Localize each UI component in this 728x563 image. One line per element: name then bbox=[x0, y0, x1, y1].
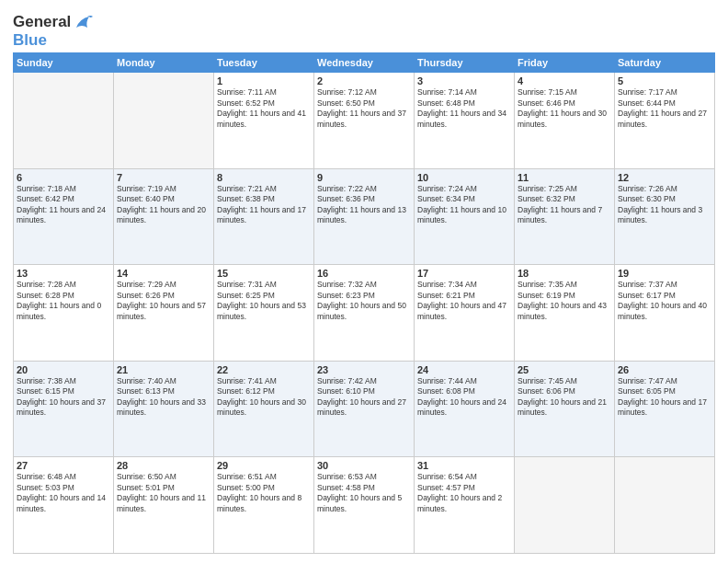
day-number: 18 bbox=[518, 268, 611, 279]
calendar-cell: 30Sunrise: 6:53 AM Sunset: 4:58 PM Dayli… bbox=[314, 457, 415, 554]
day-info: Sunrise: 7:35 AM Sunset: 6:19 PM Dayligh… bbox=[518, 280, 611, 322]
day-number: 7 bbox=[117, 172, 210, 183]
calendar-cell: 11Sunrise: 7:25 AM Sunset: 6:32 PM Dayli… bbox=[515, 168, 615, 265]
day-number: 24 bbox=[417, 364, 511, 375]
day-number: 6 bbox=[17, 172, 110, 183]
calendar-day-header: Friday bbox=[515, 53, 615, 73]
day-info: Sunrise: 7:11 AM Sunset: 6:52 PM Dayligh… bbox=[217, 87, 311, 130]
calendar-cell: 16Sunrise: 7:32 AM Sunset: 6:23 PM Dayli… bbox=[314, 265, 415, 362]
calendar-cell: 19Sunrise: 7:37 AM Sunset: 6:17 PM Dayli… bbox=[615, 265, 715, 362]
calendar-cell: 24Sunrise: 7:44 AM Sunset: 6:08 PM Dayli… bbox=[415, 361, 515, 457]
day-number: 10 bbox=[417, 172, 511, 183]
calendar-cell: 26Sunrise: 7:47 AM Sunset: 6:05 PM Dayli… bbox=[615, 361, 715, 457]
day-info: Sunrise: 7:26 AM Sunset: 6:30 PM Dayligh… bbox=[618, 184, 711, 226]
logo-blue: Blue bbox=[13, 31, 93, 50]
day-info: Sunrise: 7:19 AM Sunset: 6:40 PM Dayligh… bbox=[117, 184, 210, 226]
day-info: Sunrise: 7:45 AM Sunset: 6:06 PM Dayligh… bbox=[518, 376, 611, 419]
day-number: 12 bbox=[618, 172, 711, 183]
logo-general: General bbox=[13, 13, 93, 31]
day-info: Sunrise: 7:28 AM Sunset: 6:28 PM Dayligh… bbox=[17, 280, 110, 322]
day-info: Sunrise: 7:22 AM Sunset: 6:36 PM Dayligh… bbox=[317, 184, 411, 226]
calendar-day-header: Saturday bbox=[615, 53, 715, 73]
logo-bird-icon bbox=[73, 15, 93, 31]
calendar-cell: 2Sunrise: 7:12 AM Sunset: 6:50 PM Daylig… bbox=[314, 73, 415, 169]
calendar-day-header: Tuesday bbox=[214, 53, 314, 73]
day-info: Sunrise: 6:50 AM Sunset: 5:01 PM Dayligh… bbox=[117, 472, 210, 514]
day-number: 19 bbox=[618, 268, 711, 279]
day-info: Sunrise: 7:29 AM Sunset: 6:26 PM Dayligh… bbox=[117, 280, 210, 322]
day-info: Sunrise: 7:15 AM Sunset: 6:46 PM Dayligh… bbox=[518, 87, 611, 130]
calendar-cell: 5Sunrise: 7:17 AM Sunset: 6:44 PM Daylig… bbox=[615, 73, 715, 169]
day-info: Sunrise: 7:25 AM Sunset: 6:32 PM Dayligh… bbox=[518, 184, 611, 226]
day-number: 15 bbox=[217, 268, 311, 279]
day-number: 5 bbox=[618, 75, 711, 86]
calendar-cell: 7Sunrise: 7:19 AM Sunset: 6:40 PM Daylig… bbox=[114, 168, 214, 265]
calendar-cell: 10Sunrise: 7:24 AM Sunset: 6:34 PM Dayli… bbox=[415, 168, 515, 265]
day-number: 22 bbox=[217, 364, 311, 375]
calendar-header-row: SundayMondayTuesdayWednesdayThursdayFrid… bbox=[14, 53, 715, 73]
calendar-cell: 8Sunrise: 7:21 AM Sunset: 6:38 PM Daylig… bbox=[214, 168, 314, 265]
calendar-cell bbox=[114, 73, 214, 169]
day-number: 14 bbox=[117, 268, 210, 279]
day-number: 8 bbox=[217, 172, 311, 183]
calendar-cell: 9Sunrise: 7:22 AM Sunset: 6:36 PM Daylig… bbox=[314, 168, 415, 265]
calendar-week-row: 27Sunrise: 6:48 AM Sunset: 5:03 PM Dayli… bbox=[14, 457, 715, 554]
day-info: Sunrise: 7:31 AM Sunset: 6:25 PM Dayligh… bbox=[217, 280, 311, 322]
day-number: 1 bbox=[217, 75, 311, 86]
calendar-cell: 3Sunrise: 7:14 AM Sunset: 6:48 PM Daylig… bbox=[415, 73, 515, 169]
day-number: 31 bbox=[417, 460, 511, 471]
calendar-cell: 17Sunrise: 7:34 AM Sunset: 6:21 PM Dayli… bbox=[415, 265, 515, 362]
calendar-cell: 6Sunrise: 7:18 AM Sunset: 6:42 PM Daylig… bbox=[14, 168, 114, 265]
calendar-week-row: 20Sunrise: 7:38 AM Sunset: 6:15 PM Dayli… bbox=[14, 361, 715, 457]
day-number: 26 bbox=[618, 364, 711, 375]
day-number: 2 bbox=[317, 75, 411, 86]
day-info: Sunrise: 7:42 AM Sunset: 6:10 PM Dayligh… bbox=[317, 376, 411, 419]
day-number: 28 bbox=[117, 460, 210, 471]
calendar-cell: 18Sunrise: 7:35 AM Sunset: 6:19 PM Dayli… bbox=[515, 265, 615, 362]
calendar-cell: 28Sunrise: 6:50 AM Sunset: 5:01 PM Dayli… bbox=[114, 457, 214, 554]
day-number: 3 bbox=[417, 75, 511, 86]
calendar-week-row: 1Sunrise: 7:11 AM Sunset: 6:52 PM Daylig… bbox=[14, 73, 715, 169]
day-number: 17 bbox=[417, 268, 511, 279]
calendar-cell: 29Sunrise: 6:51 AM Sunset: 5:00 PM Dayli… bbox=[214, 457, 314, 554]
calendar-week-row: 6Sunrise: 7:18 AM Sunset: 6:42 PM Daylig… bbox=[14, 168, 715, 265]
day-number: 23 bbox=[317, 364, 411, 375]
calendar-cell: 20Sunrise: 7:38 AM Sunset: 6:15 PM Dayli… bbox=[14, 361, 114, 457]
day-info: Sunrise: 7:44 AM Sunset: 6:08 PM Dayligh… bbox=[417, 376, 511, 419]
calendar-cell: 23Sunrise: 7:42 AM Sunset: 6:10 PM Dayli… bbox=[314, 361, 415, 457]
calendar-cell: 14Sunrise: 7:29 AM Sunset: 6:26 PM Dayli… bbox=[114, 265, 214, 362]
day-info: Sunrise: 7:21 AM Sunset: 6:38 PM Dayligh… bbox=[217, 184, 311, 226]
day-info: Sunrise: 7:41 AM Sunset: 6:12 PM Dayligh… bbox=[217, 376, 311, 419]
calendar-cell bbox=[615, 457, 715, 554]
day-number: 4 bbox=[518, 75, 611, 86]
day-info: Sunrise: 7:18 AM Sunset: 6:42 PM Dayligh… bbox=[17, 184, 110, 226]
calendar-cell: 4Sunrise: 7:15 AM Sunset: 6:46 PM Daylig… bbox=[515, 73, 615, 169]
calendar-cell: 12Sunrise: 7:26 AM Sunset: 6:30 PM Dayli… bbox=[615, 168, 715, 265]
day-number: 29 bbox=[217, 460, 311, 471]
day-info: Sunrise: 6:54 AM Sunset: 4:57 PM Dayligh… bbox=[417, 472, 511, 514]
logo: General Blue bbox=[13, 13, 93, 49]
day-number: 30 bbox=[317, 460, 411, 471]
calendar-cell: 15Sunrise: 7:31 AM Sunset: 6:25 PM Dayli… bbox=[214, 265, 314, 362]
calendar-cell: 31Sunrise: 6:54 AM Sunset: 4:57 PM Dayli… bbox=[415, 457, 515, 554]
page: General Blue SundayMondayTuesdayWednesda… bbox=[0, 0, 728, 563]
day-number: 11 bbox=[518, 172, 611, 183]
day-info: Sunrise: 7:34 AM Sunset: 6:21 PM Dayligh… bbox=[417, 280, 511, 322]
calendar-cell bbox=[14, 73, 114, 169]
calendar-cell: 1Sunrise: 7:11 AM Sunset: 6:52 PM Daylig… bbox=[214, 73, 314, 169]
day-info: Sunrise: 7:24 AM Sunset: 6:34 PM Dayligh… bbox=[417, 184, 511, 226]
day-number: 27 bbox=[17, 460, 110, 471]
calendar-day-header: Sunday bbox=[14, 53, 114, 73]
day-info: Sunrise: 6:51 AM Sunset: 5:00 PM Dayligh… bbox=[217, 472, 311, 514]
day-info: Sunrise: 7:32 AM Sunset: 6:23 PM Dayligh… bbox=[317, 280, 411, 322]
day-info: Sunrise: 7:38 AM Sunset: 6:15 PM Dayligh… bbox=[17, 376, 110, 419]
calendar-day-header: Thursday bbox=[415, 53, 515, 73]
day-info: Sunrise: 7:12 AM Sunset: 6:50 PM Dayligh… bbox=[317, 87, 411, 130]
day-number: 16 bbox=[317, 268, 411, 279]
calendar-cell: 22Sunrise: 7:41 AM Sunset: 6:12 PM Dayli… bbox=[214, 361, 314, 457]
calendar-day-header: Wednesday bbox=[314, 53, 415, 73]
day-number: 25 bbox=[518, 364, 611, 375]
day-number: 21 bbox=[117, 364, 210, 375]
calendar-cell: 21Sunrise: 7:40 AM Sunset: 6:13 PM Dayli… bbox=[114, 361, 214, 457]
calendar: SundayMondayTuesdayWednesdayThursdayFrid… bbox=[13, 52, 715, 554]
